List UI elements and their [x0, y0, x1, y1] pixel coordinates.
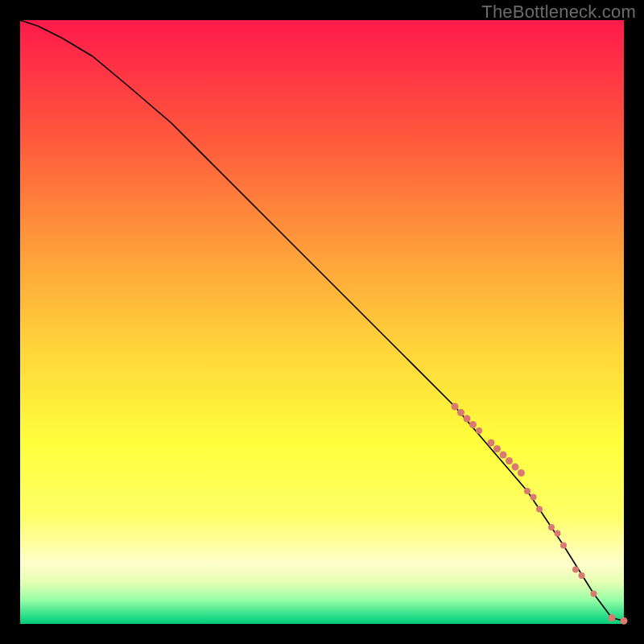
chart-root: TheBottleneck.com: [0, 0, 644, 644]
data-point: [536, 506, 543, 513]
data-point: [469, 421, 477, 428]
data-point: [500, 452, 507, 459]
data-point: [464, 415, 471, 423]
data-point: [560, 543, 567, 549]
data-point: [530, 494, 537, 501]
data-point: [609, 614, 616, 621]
data-point: [518, 469, 525, 477]
data-point: [524, 488, 530, 494]
data-point: [548, 524, 555, 530]
data-point: [457, 409, 464, 416]
plot-background: [20, 20, 624, 624]
data-point: [476, 427, 482, 434]
data-point: [512, 464, 519, 471]
data-point: [579, 572, 585, 579]
data-point: [506, 457, 513, 464]
data-point: [488, 440, 495, 447]
chart-svg: [0, 0, 644, 644]
watermark-text: TheBottleneck.com: [481, 2, 636, 23]
data-point: [493, 445, 501, 452]
data-point: [452, 403, 459, 411]
data-point: [591, 591, 597, 597]
data-point: [621, 617, 628, 625]
data-point: [555, 530, 561, 537]
data-point: [572, 567, 579, 573]
